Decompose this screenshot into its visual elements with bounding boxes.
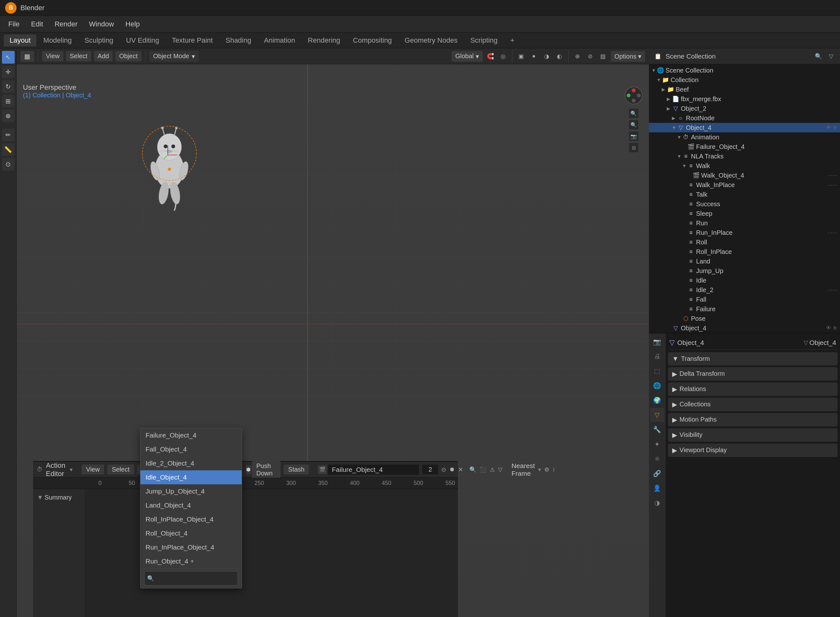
timeline-expand-btn[interactable]: ↕ <box>552 465 555 475</box>
outliner-walk-inplace[interactable]: ≡ Walk_InPlace ⋯⋯ <box>649 180 840 190</box>
visibility-header[interactable]: ▶ Visibility <box>668 429 837 441</box>
editor-type-btn[interactable]: ▦ <box>21 51 34 62</box>
outliner-walk[interactable]: ▼ ≡ Walk <box>649 161 840 171</box>
outliner-rootnode[interactable]: ▶ ○ RootNode <box>649 113 840 123</box>
action-icon[interactable]: 🎬 <box>318 465 327 474</box>
rotate-tool-btn[interactable]: ↻ <box>2 80 15 93</box>
outliner-object2[interactable]: ▶ ▽ Object_2 <box>649 104 840 113</box>
outliner-failure-anim[interactable]: 🎬 Failure_Object_4 <box>649 142 840 152</box>
timeline-filter-icon[interactable]: 🔍 <box>469 465 476 475</box>
dropdown-fall-obj4[interactable]: Fall_Object_4 <box>140 442 242 456</box>
rendered-btn[interactable]: ◐ <box>555 51 565 61</box>
dropdown-land-obj4[interactable]: Land_Object_4 <box>140 498 242 512</box>
outliner-search-icon[interactable]: 🔍 <box>813 51 824 61</box>
outliner-object4b[interactable]: ▽ Object_4 👁 🖱 <box>649 323 840 333</box>
dropdown-run-obj4[interactable]: Run_Object_4 ▾ <box>140 554 242 568</box>
delta-transform-header[interactable]: ▶ Delta Transform <box>668 368 837 380</box>
nav-gizmo[interactable] <box>625 87 643 104</box>
relations-header[interactable]: ▶ Relations <box>668 383 837 396</box>
prop-obj-icon[interactable]: ▽ <box>650 408 664 422</box>
select-tool-btn[interactable]: ↖ <box>2 51 15 63</box>
object-mode-dropdown[interactable]: Object Mode ▾ <box>149 51 199 62</box>
transform-header[interactable]: ▼ Transform <box>668 353 837 365</box>
prop-scene-icon[interactable]: 🌐 <box>650 379 664 393</box>
outliner-collection[interactable]: ▼ 📁 Collection <box>649 75 840 85</box>
outliner-pose[interactable]: ⬡ Pose <box>649 314 840 323</box>
dropdown-jumpup-obj4[interactable]: Jump_Up_Object_4 <box>140 484 242 498</box>
prop-output-icon[interactable]: 🖨 <box>650 349 664 363</box>
prop-constraints-icon[interactable]: 🔗 <box>650 466 664 480</box>
menu-file[interactable]: File <box>4 18 24 30</box>
outliner-filter-icon[interactable]: ▽ <box>826 51 836 61</box>
outliner-beef[interactable]: ▶ 📁 Beef <box>649 85 840 94</box>
cursor-btn[interactable]: ⊙ <box>2 158 15 171</box>
outliner-talk[interactable]: ≡ Talk <box>649 190 840 199</box>
vp-select-menu[interactable]: Select <box>66 51 92 61</box>
timeline-funnel-icon[interactable]: ▽ <box>498 465 503 475</box>
timeline-sync-icon[interactable]: ⬛ <box>479 465 487 475</box>
prop-objdata-icon[interactable]: 👤 <box>650 481 664 495</box>
outliner-animation[interactable]: ▼ ⏱ Animation <box>649 132 840 142</box>
outliner-scene-collection[interactable]: ▼ 🌐 Scene Collection <box>649 66 840 75</box>
outliner-fbx[interactable]: ▶ 📄 fbx_merge.fbx <box>649 94 840 104</box>
vp-object-menu[interactable]: Object <box>115 51 141 61</box>
tab-layout[interactable]: Layout <box>4 34 36 46</box>
tab-modeling[interactable]: Modeling <box>38 34 77 46</box>
tab-rendering[interactable]: Rendering <box>302 34 346 46</box>
zoom-in-btn[interactable]: 🔍 <box>629 108 639 118</box>
tab-sculpting[interactable]: Sculpting <box>78 34 119 46</box>
prop-particles-icon[interactable]: ✦ <box>650 437 664 451</box>
prop-physics-icon[interactable]: ⚛ <box>650 452 664 466</box>
outliner-roll-inplace[interactable]: ≡ Roll_InPlace <box>649 247 840 257</box>
dropdown-search-input[interactable] <box>156 573 235 584</box>
zoom-out-btn[interactable]: 🔍 <box>629 120 639 130</box>
outliner-idle2[interactable]: ≡ Idle_2 ⋯⋯ <box>649 285 840 295</box>
proportional-btn[interactable]: ◎ <box>498 51 508 61</box>
prop-material-icon[interactable]: ◑ <box>650 496 664 510</box>
play-btn[interactable]: ⊙ <box>441 465 446 475</box>
tab-shading[interactable]: Shading <box>220 34 257 46</box>
timeline-editor-icon[interactable]: ⏱ <box>37 465 43 475</box>
dropdown-idle2-obj4[interactable]: Idle_2_Object_4 <box>140 456 242 470</box>
wireframe-btn[interactable]: ▣ <box>516 51 526 61</box>
nearest-frame-arrow[interactable]: ▾ <box>538 466 541 473</box>
outliner-jumpup[interactable]: ≡ Jump_Up <box>649 266 840 276</box>
action-name-input[interactable] <box>328 465 419 475</box>
outliner-roll[interactable]: ≡ Roll <box>649 238 840 247</box>
stash-btn[interactable]: Stash <box>284 465 309 474</box>
outliner-editor-icon[interactable]: 📋 <box>653 51 663 61</box>
motion-paths-header[interactable]: ▶ Motion Paths <box>668 413 837 426</box>
tab-geometry-nodes[interactable]: Geometry Nodes <box>399 34 463 46</box>
overlay-btn[interactable]: ⊘ <box>585 51 596 61</box>
global-btn[interactable]: Global ▾ <box>451 51 483 62</box>
menu-render[interactable]: Render <box>50 18 82 30</box>
solid-btn[interactable]: ● <box>529 51 539 61</box>
viewport-display-header[interactable]: ▶ Viewport Display <box>668 444 837 457</box>
outliner-fall[interactable]: ≡ Fall <box>649 295 840 304</box>
outliner-success[interactable]: ≡ Success <box>649 199 840 209</box>
material-btn[interactable]: ◑ <box>542 51 552 61</box>
timeline-warn-icon[interactable]: ⚠ <box>490 465 495 475</box>
scale-tool-btn[interactable]: ⊞ <box>2 95 15 108</box>
timeline-select-menu[interactable]: Select <box>107 465 134 474</box>
options-btn[interactable]: Options ▾ <box>611 51 645 62</box>
outliner-run-inplace[interactable]: ≡ Run_InPlace ⋯⋯ <box>649 228 840 238</box>
outliner-object4-main[interactable]: ▼ ▽ Object_4 👁 🖱 <box>649 123 840 132</box>
tab-uv-editing[interactable]: UV Editing <box>120 34 165 46</box>
vp-add-menu[interactable]: Add <box>94 51 113 61</box>
outliner-land[interactable]: ≡ Land <box>649 257 840 266</box>
tab-compositing[interactable]: Compositing <box>347 34 397 46</box>
dropdown-roll-obj4[interactable]: Roll_Object_4 <box>140 526 242 540</box>
outliner-walk-object4[interactable]: 🎬 Walk_Object_4 ⋯⋯ <box>649 171 840 180</box>
timeline-view-menu[interactable]: View <box>81 465 104 474</box>
prop-viewlayer-icon[interactable]: ⬚ <box>650 364 664 378</box>
frame-number-field[interactable]: 2 <box>422 465 438 474</box>
editor-dropdown-arrow[interactable]: ▾ <box>70 466 72 473</box>
dropdown-rollinplace-obj4[interactable]: Roll_InPlace_Object_4 <box>140 512 242 526</box>
record-btn[interactable]: ⏺ <box>449 465 455 475</box>
push-down-btn[interactable]: Push Down <box>252 461 281 478</box>
menu-window[interactable]: Window <box>85 18 118 30</box>
dropdown-failure-obj4[interactable]: Failure_Object_4 <box>140 428 242 442</box>
move-tool-btn[interactable]: ✛ <box>2 66 15 78</box>
prop-modifier-icon[interactable]: 🔧 <box>650 422 664 437</box>
